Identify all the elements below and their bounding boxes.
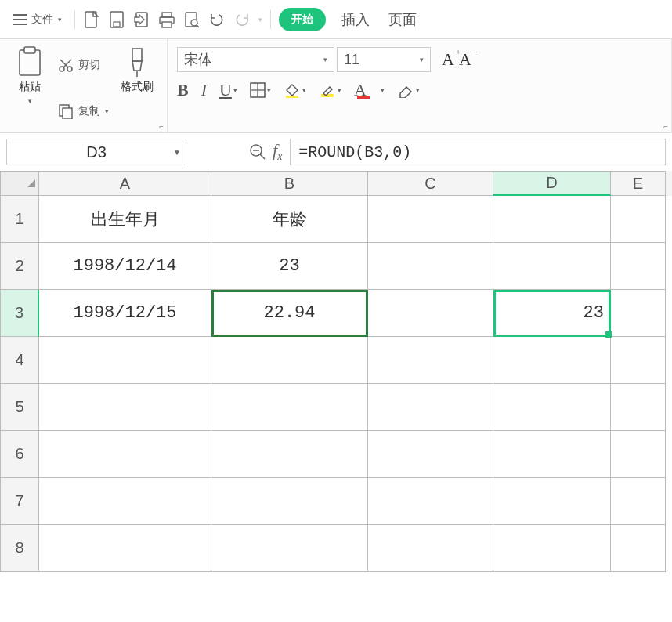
- cell-A6[interactable]: [39, 431, 211, 478]
- print-icon[interactable]: [158, 11, 175, 28]
- row-header-8[interactable]: 8: [0, 525, 39, 572]
- cell-B2[interactable]: 23: [211, 243, 368, 290]
- cell-C5[interactable]: [368, 384, 493, 431]
- svg-rect-23: [286, 96, 298, 98]
- cell-B3[interactable]: 22.94: [211, 290, 368, 337]
- cell-E4[interactable]: [611, 337, 666, 384]
- cell-B5[interactable]: [211, 384, 368, 431]
- cell-B6[interactable]: [211, 431, 368, 478]
- tab-insert[interactable]: 插入: [341, 10, 370, 29]
- cell-E8[interactable]: [611, 525, 666, 572]
- menu-bar: 文件 ▾ ▾ 开始 插入 页面: [0, 0, 672, 39]
- zoom-out-icon[interactable]: [249, 143, 266, 161]
- paste-button[interactable]: 粘贴▾: [8, 45, 52, 131]
- svg-rect-17: [63, 108, 72, 119]
- row-header-4[interactable]: 4: [0, 337, 39, 384]
- save-icon[interactable]: [108, 11, 125, 28]
- tab-pagelayout[interactable]: 页面: [388, 10, 417, 29]
- eraser-button[interactable]: ▾: [397, 82, 420, 98]
- hamburger-icon: [13, 14, 27, 25]
- file-menu[interactable]: 文件 ▾: [8, 9, 67, 30]
- cell-C8[interactable]: [368, 525, 493, 572]
- col-header-E[interactable]: E: [611, 171, 666, 196]
- cut-button[interactable]: 剪切: [58, 57, 109, 73]
- font-size-value: 11: [344, 52, 359, 68]
- font-color-button[interactable]: A▾: [354, 80, 385, 100]
- quick-toolbar: ▾: [83, 11, 262, 28]
- tab-start[interactable]: 开始: [279, 8, 326, 31]
- export-icon[interactable]: [133, 11, 150, 28]
- cell-D3[interactable]: 23: [493, 290, 611, 337]
- highlight-button[interactable]: ▾: [319, 82, 341, 98]
- new-doc-icon[interactable]: [83, 11, 100, 28]
- table-row: 5: [0, 384, 672, 431]
- row-header-5[interactable]: 5: [0, 384, 39, 431]
- col-header-D[interactable]: D: [493, 171, 611, 196]
- fill-color-button[interactable]: ▾: [284, 82, 306, 98]
- cell-A2[interactable]: 1998/12/14: [39, 243, 211, 290]
- cell-D1[interactable]: [493, 196, 611, 243]
- cell-C6[interactable]: [368, 431, 493, 478]
- select-all-corner[interactable]: [0, 171, 39, 196]
- row-header-6[interactable]: 6: [0, 431, 39, 478]
- cell-D4[interactable]: [493, 337, 611, 384]
- cell-D8[interactable]: [493, 525, 611, 572]
- bold-button[interactable]: B: [177, 80, 189, 100]
- cell-E7[interactable]: [611, 478, 666, 525]
- cell-E2[interactable]: [611, 243, 666, 290]
- dialog-launcher-icon[interactable]: ⌐: [159, 122, 164, 131]
- italic-button[interactable]: I: [201, 80, 207, 100]
- cell-E5[interactable]: [611, 384, 666, 431]
- cell-C1[interactable]: [368, 196, 493, 243]
- cell-A4[interactable]: [39, 337, 211, 384]
- cell-C3[interactable]: [368, 290, 493, 337]
- format-brush-button[interactable]: 格式刷: [115, 45, 159, 131]
- cell-A3[interactable]: 1998/12/15: [39, 290, 211, 337]
- row-header-3[interactable]: 3: [0, 290, 39, 337]
- copy-button[interactable]: 复制 ▾: [58, 103, 109, 119]
- cell-E6[interactable]: [611, 431, 666, 478]
- cell-A5[interactable]: [39, 384, 211, 431]
- cell-A8[interactable]: [39, 525, 211, 572]
- font-name-select[interactable]: 宋体 ▾: [177, 47, 334, 72]
- shrink-font-button[interactable]: A−: [459, 49, 471, 70]
- copy-icon: [58, 103, 74, 119]
- cell-E1[interactable]: [611, 196, 666, 243]
- row-header-1[interactable]: 1: [0, 196, 39, 243]
- cell-C2[interactable]: [368, 243, 493, 290]
- redo-icon[interactable]: [233, 11, 251, 28]
- svg-line-9: [197, 25, 199, 27]
- col-header-C[interactable]: C: [368, 171, 493, 196]
- cell-D6[interactable]: [493, 431, 611, 478]
- cell-C7[interactable]: [368, 478, 493, 525]
- cell-A1[interactable]: 出生年月: [39, 196, 211, 243]
- row-header-2[interactable]: 2: [0, 243, 39, 290]
- cell-B8[interactable]: [211, 525, 368, 572]
- grow-font-button[interactable]: A+: [442, 49, 454, 70]
- cell-D2[interactable]: [493, 243, 611, 290]
- cell-B1[interactable]: 年龄: [211, 196, 368, 243]
- formula-input[interactable]: =ROUND(B3,0): [290, 139, 666, 165]
- col-header-A[interactable]: A: [39, 171, 211, 196]
- svg-rect-25: [357, 96, 370, 99]
- cell-B7[interactable]: [211, 478, 368, 525]
- cell-B4[interactable]: [211, 337, 368, 384]
- chevron-down-icon[interactable]: ▾: [258, 16, 262, 24]
- border-button[interactable]: ▾: [250, 82, 271, 98]
- cell-D7[interactable]: [493, 478, 611, 525]
- underline-button[interactable]: U▾: [219, 80, 237, 100]
- cut-label: 剪切: [78, 58, 100, 72]
- col-header-B[interactable]: B: [211, 171, 368, 196]
- cell-C4[interactable]: [368, 337, 493, 384]
- fx-icon[interactable]: fx: [273, 140, 282, 163]
- preview-icon[interactable]: [183, 11, 201, 28]
- row-header-7[interactable]: 7: [0, 478, 39, 525]
- file-label: 文件: [31, 13, 53, 27]
- font-size-select[interactable]: 11 ▾: [337, 47, 431, 72]
- dialog-launcher-icon[interactable]: ⌐: [663, 122, 668, 131]
- cell-D5[interactable]: [493, 384, 611, 431]
- cell-A7[interactable]: [39, 478, 211, 525]
- undo-icon[interactable]: [208, 11, 226, 28]
- cell-E3[interactable]: [611, 290, 666, 337]
- name-box[interactable]: D3 ▼: [6, 139, 186, 165]
